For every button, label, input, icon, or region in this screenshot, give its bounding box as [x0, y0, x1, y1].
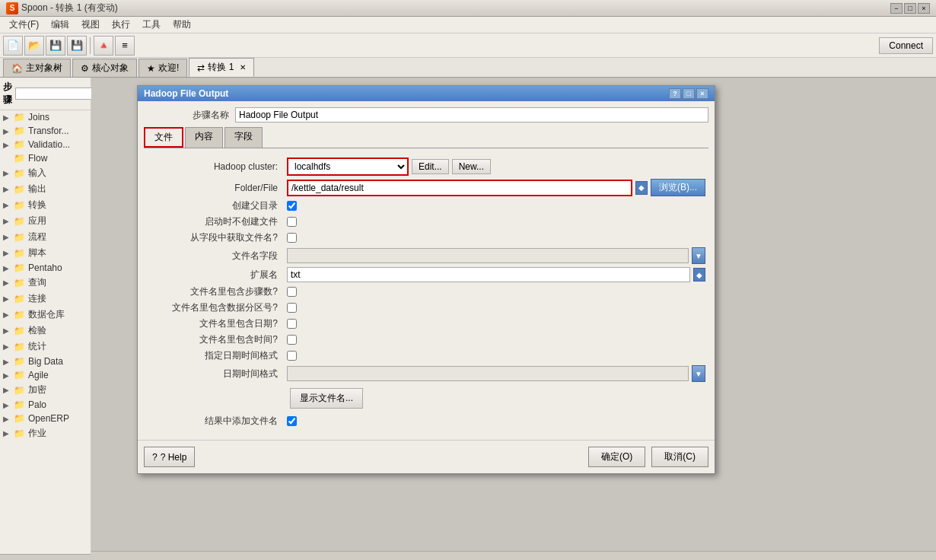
connect-btn[interactable]: Connect	[879, 37, 933, 54]
sidebar-item-output[interactable]: ▶ 📁 输出	[0, 181, 91, 197]
menu-help[interactable]: 帮助	[167, 17, 197, 33]
sidebar-item-joins[interactable]: ▶ 📁 Joins	[0, 110, 91, 124]
sidebar-item-script[interactable]: ▶ 📁 脚本	[0, 245, 91, 261]
new-file-btn[interactable]: 📄	[3, 36, 23, 56]
folder-file-arrow-btn[interactable]: ◆	[635, 181, 648, 195]
datetime-format-control: ▼	[287, 365, 705, 382]
menu-bar: 文件(F) 编辑 视图 执行 工具 帮助	[0, 17, 936, 33]
save-as-btn[interactable]: 💾	[67, 36, 87, 56]
dialog-maximize-btn[interactable]: □	[683, 88, 695, 99]
sidebar: 步骤 ↺ ▶ 📁 Joins ▶ 📁 Transfor... ▶ 📁 Valid…	[0, 78, 91, 560]
tab-transform1[interactable]: ⇄ 转换 1 ✕	[189, 58, 254, 77]
sidebar-item-label: Validatio...	[28, 139, 70, 150]
filename-field-input[interactable]	[287, 248, 689, 263]
folder-icon: 📁	[14, 399, 25, 410]
browse-btn[interactable]: 浏览(B)...	[651, 179, 705, 196]
hadoop-cluster-select[interactable]: localhdfs	[287, 158, 409, 176]
tab-file[interactable]: 文件	[144, 127, 183, 148]
cancel-button[interactable]: 取消(C)	[651, 447, 708, 467]
sidebar-item-convert[interactable]: ▶ 📁 转换	[0, 197, 91, 213]
open-btn[interactable]: 📂	[24, 36, 44, 56]
include-step-nr-checkbox[interactable]	[287, 287, 297, 297]
dialog-close-btn[interactable]: ×	[696, 88, 708, 99]
menu-tools[interactable]: 工具	[136, 17, 167, 33]
extension-input[interactable]	[287, 267, 690, 282]
help-button[interactable]: ? ? Help	[144, 447, 195, 467]
sidebar-item-input[interactable]: ▶ 📁 输入	[0, 165, 91, 181]
maximize-btn[interactable]: □	[904, 3, 916, 14]
folder-file-input[interactable]	[287, 180, 632, 196]
sidebar-item-label: 加密	[28, 383, 46, 396]
sidebar-item-process[interactable]: ▶ 📁 流程	[0, 229, 91, 245]
add-filename-checkbox[interactable]	[287, 416, 297, 426]
help-label: ? Help	[161, 452, 187, 463]
save-btn[interactable]: 💾	[46, 36, 65, 56]
tab-transform1-close[interactable]: ✕	[240, 63, 246, 72]
sidebar-item-dw[interactable]: ▶ 📁 数据仓库	[0, 307, 91, 323]
sidebar-item-connect[interactable]: ▶ 📁 连接	[0, 291, 91, 307]
tab-main-tree-icon: 🏠	[11, 63, 23, 74]
sidebar-item-query[interactable]: ▶ 📁 查询	[0, 275, 91, 291]
edit-btn[interactable]: Edit...	[412, 159, 449, 174]
menu-run[interactable]: 执行	[106, 17, 136, 33]
folder-icon: 📁	[14, 370, 25, 380]
sidebar-item-pentaho[interactable]: ▶ 📁 Pentaho	[0, 261, 91, 275]
specify-date-format-checkbox[interactable]	[287, 351, 297, 361]
tab-welcome[interactable]: ★ 欢迎!	[138, 59, 187, 77]
sidebar-item-flow[interactable]: 📁 Flow	[0, 151, 91, 165]
include-partition-nr-checkbox[interactable]	[287, 303, 297, 313]
expand-icon: ▶	[3, 185, 11, 193]
include-time-checkbox[interactable]	[287, 335, 297, 345]
sidebar-item-validation[interactable]: ▶ 📁 Validatio...	[0, 138, 91, 151]
sidebar-item-encrypt[interactable]: ▶ 📁 加密	[0, 382, 91, 398]
get-filename-from-field-checkbox[interactable]	[287, 233, 297, 243]
sidebar-item-transform[interactable]: ▶ 📁 Transfor...	[0, 124, 91, 138]
include-step-nr-control	[287, 287, 705, 297]
sidebar-item-label: 检验	[28, 324, 46, 337]
create-parent-dir-checkbox[interactable]	[287, 201, 297, 211]
minimize-btn[interactable]: −	[890, 3, 903, 14]
step-name-input[interactable]	[235, 107, 708, 123]
folder-icon: 📁	[14, 200, 25, 211]
menu-view[interactable]: 视图	[75, 17, 106, 33]
tab-main-tree[interactable]: 🏠 主对象树	[3, 59, 71, 77]
expand-icon: ▶	[3, 169, 11, 177]
include-date-checkbox[interactable]	[287, 319, 297, 329]
show-filenames-btn[interactable]: 显示文件名...	[290, 388, 363, 409]
datetime-format-label: 日期时间格式	[147, 368, 284, 380]
menu-file[interactable]: 文件(F)	[3, 17, 45, 33]
folder-icon: 📁	[14, 139, 25, 150]
sidebar-scrollbar[interactable]	[0, 554, 91, 560]
datetime-format-dropdown-arrow[interactable]: ▼	[692, 365, 705, 382]
dialog-help-btn[interactable]: ?	[669, 88, 681, 99]
tab-fields[interactable]: 字段	[224, 127, 263, 148]
canvas-scrollbar[interactable]	[91, 551, 936, 560]
sidebar-item-stats[interactable]: ▶ 📁 统计	[0, 339, 91, 355]
tab-content[interactable]: 内容	[185, 127, 223, 148]
expand-btn[interactable]: ≡	[115, 36, 135, 56]
tab-core-objects[interactable]: ⚙ 核心对象	[72, 59, 137, 77]
sidebar-item-agile[interactable]: ▶ 📁 Agile	[0, 368, 91, 382]
folder-icon: 📁	[14, 112, 25, 123]
sidebar-item-openerp[interactable]: ▶ 📁 OpenERP	[0, 412, 91, 425]
sidebar-item-job[interactable]: ▶ 📁 作业	[0, 425, 91, 441]
close-btn[interactable]: ×	[918, 3, 930, 14]
no-create-startup-checkbox[interactable]	[287, 217, 297, 227]
datetime-format-input[interactable]	[287, 366, 689, 381]
extension-arrow-btn[interactable]: ◆	[693, 268, 705, 282]
folder-file-control: ◆ 浏览(B)...	[287, 179, 705, 196]
sidebar-item-verify[interactable]: ▶ 📁 检验	[0, 323, 91, 339]
sidebar-item-label: 应用	[28, 215, 46, 228]
explore-btn[interactable]: 🔺	[94, 36, 113, 56]
menu-edit[interactable]: 编辑	[45, 17, 75, 33]
filename-field-dropdown-arrow[interactable]: ▼	[692, 247, 705, 264]
ok-button[interactable]: 确定(O)	[588, 447, 645, 467]
sidebar-item-palo[interactable]: ▶ 📁 Palo	[0, 398, 91, 412]
expand-icon: ▶	[3, 201, 11, 209]
new-btn[interactable]: New...	[452, 159, 491, 174]
sidebar-item-app[interactable]: ▶ 📁 应用	[0, 213, 91, 229]
extension-label: 扩展名	[147, 269, 284, 282]
create-parent-dir-label: 创建父目录	[147, 199, 284, 212]
sidebar-item-bigdata[interactable]: ▶ 📁 Big Data	[0, 355, 91, 368]
add-filename-grid: 结果中添加文件名	[147, 415, 705, 428]
